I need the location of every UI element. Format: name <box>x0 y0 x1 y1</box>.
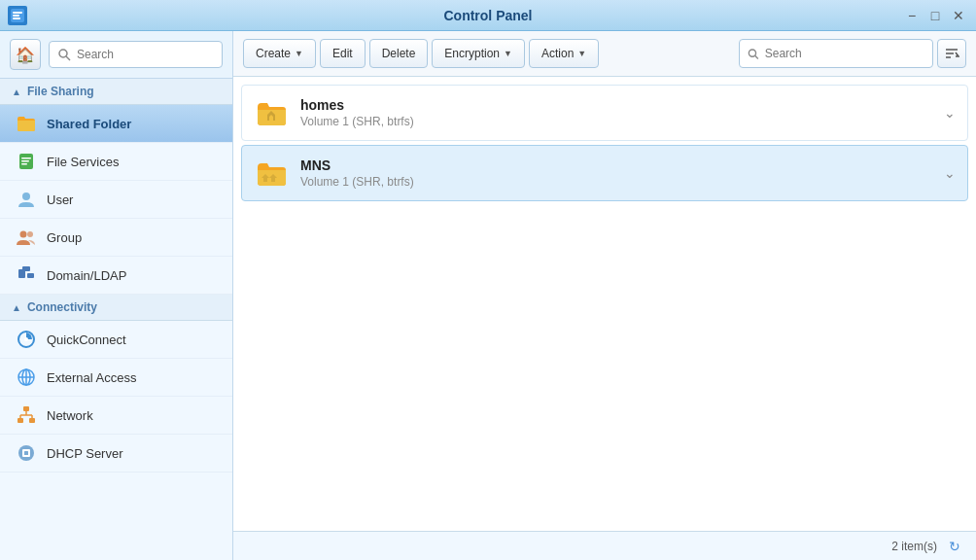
folder-item-mns[interactable]: MNS Volume 1 (SHR, btrfs) ⌄ <box>241 145 968 201</box>
window-controls: − □ ✕ <box>902 6 968 25</box>
svg-rect-1 <box>13 12 22 14</box>
folder-info-homes: homes Volume 1 (SHR, btrfs) <box>300 97 932 128</box>
folder-expand-mns[interactable]: ⌄ <box>944 165 956 181</box>
folder-name-homes: homes <box>300 97 932 113</box>
sidebar-item-external-access[interactable]: External Access <box>0 359 232 397</box>
section-connectivity[interactable]: ▲ Connectivity <box>0 295 232 321</box>
encryption-label: Encryption <box>444 47 500 60</box>
svg-point-30 <box>749 49 755 55</box>
title-bar: Control Panel − □ ✕ <box>0 0 976 31</box>
action-button[interactable]: Action ▼ <box>529 39 599 68</box>
svg-point-10 <box>27 231 33 237</box>
svg-point-8 <box>22 192 30 200</box>
maximize-button[interactable]: □ <box>925 6 945 25</box>
folder-expand-homes[interactable]: ⌄ <box>944 105 956 121</box>
folder-item-homes[interactable]: homes Volume 1 (SHR, btrfs) ⌄ <box>241 85 968 141</box>
refresh-button[interactable]: ↻ <box>945 537 964 556</box>
svg-rect-13 <box>22 266 30 271</box>
svg-rect-6 <box>21 160 29 162</box>
create-caret: ▼ <box>295 49 303 58</box>
sidebar-label-user: User <box>47 192 73 207</box>
sidebar-label-quickconnect: QuickConnect <box>47 332 126 347</box>
sidebar-label-group: Group <box>47 230 82 245</box>
shared-folder-icon <box>16 113 37 134</box>
sidebar-label-dhcp-server: DHCP Server <box>47 446 123 461</box>
edit-button[interactable]: Edit <box>320 39 366 68</box>
sort-button[interactable] <box>937 39 966 68</box>
sidebar-label-network: Network <box>47 408 93 423</box>
sidebar-label-shared-folder: Shared Folder <box>47 117 131 131</box>
sidebar-label-file-services: File Services <box>47 155 119 169</box>
encryption-button[interactable]: Encryption ▼ <box>432 39 525 68</box>
minimize-button[interactable]: − <box>902 6 922 25</box>
svg-rect-5 <box>21 158 31 159</box>
toolbar: Create ▼ Edit Delete Encryption ▼ Action… <box>233 31 976 77</box>
sidebar-label-external-access: External Access <box>47 370 137 385</box>
file-services-icon <box>16 151 37 172</box>
home-button[interactable]: 🏠 <box>10 39 41 70</box>
sidebar-item-dhcp-server[interactable]: DHCP Server <box>0 435 232 472</box>
folder-sub-homes: Volume 1 (SHR, btrfs) <box>300 115 932 128</box>
search-icon <box>748 48 759 60</box>
sidebar-item-network[interactable]: Network <box>0 397 232 435</box>
sidebar-item-group[interactable]: Group <box>0 219 232 257</box>
sidebar-item-shared-folder[interactable]: Shared Folder <box>0 105 232 143</box>
svg-rect-21 <box>17 418 23 423</box>
edit-label: Edit <box>332 47 353 60</box>
svg-rect-12 <box>27 273 34 278</box>
delete-button[interactable]: Delete <box>369 39 429 68</box>
sidebar-search-input[interactable] <box>49 41 223 68</box>
encryption-caret: ▼ <box>504 49 512 58</box>
folder-icon-mns <box>254 156 289 191</box>
quickconnect-icon <box>16 329 37 350</box>
network-icon <box>16 404 37 426</box>
toolbar-search-input[interactable] <box>765 47 924 60</box>
group-icon <box>16 227 37 248</box>
folder-icon-homes <box>254 95 289 130</box>
svg-rect-7 <box>21 163 27 165</box>
close-button[interactable]: ✕ <box>949 6 968 25</box>
svg-line-31 <box>755 55 758 58</box>
app-body: 🏠 ▲ File Sharing Shared Folder <box>0 31 976 560</box>
connectivity-arrow: ▲ <box>12 302 21 313</box>
delete-label: Delete <box>382 47 416 60</box>
sidebar-item-quickconnect[interactable]: QuickConnect <box>0 321 232 359</box>
toolbar-search-container <box>739 39 933 68</box>
action-label: Action <box>541 47 574 60</box>
item-count: 2 item(s) <box>891 540 937 553</box>
sidebar-item-user[interactable]: User <box>0 181 232 219</box>
svg-rect-2 <box>13 15 19 17</box>
window-title: Control Panel <box>443 8 532 23</box>
status-bar: 2 item(s) ↻ <box>233 531 976 560</box>
user-icon <box>16 189 37 210</box>
external-access-icon <box>16 367 37 388</box>
svg-point-9 <box>20 231 27 238</box>
content-list: homes Volume 1 (SHR, btrfs) ⌄ MNS <box>233 77 976 531</box>
sidebar: 🏠 ▲ File Sharing Shared Folder <box>0 31 233 560</box>
folder-info-mns: MNS Volume 1 (SHR, btrfs) <box>300 158 932 189</box>
section-arrow: ▲ <box>12 87 21 97</box>
svg-rect-20 <box>23 406 29 411</box>
svg-point-15 <box>24 337 28 341</box>
sidebar-label-domain-ldap: Domain/LDAP <box>47 268 126 283</box>
svg-rect-22 <box>29 418 35 423</box>
sidebar-top: 🏠 <box>0 31 232 79</box>
connectivity-label: Connectivity <box>27 300 97 314</box>
svg-rect-29 <box>24 451 28 455</box>
folder-name-mns: MNS <box>300 158 932 173</box>
svg-rect-3 <box>13 18 20 19</box>
create-button[interactable]: Create ▼ <box>243 39 316 68</box>
sidebar-item-domain-ldap[interactable]: Domain/LDAP <box>0 257 232 295</box>
sort-icon <box>944 46 959 61</box>
action-caret: ▼ <box>577 49 586 58</box>
title-bar-left <box>8 6 27 25</box>
create-label: Create <box>256 47 291 60</box>
section-file-sharing[interactable]: ▲ File Sharing <box>0 79 232 105</box>
dhcp-icon <box>16 442 37 464</box>
sidebar-item-file-services[interactable]: File Services <box>0 143 232 181</box>
app-icon <box>8 6 27 25</box>
main-content: Create ▼ Edit Delete Encryption ▼ Action… <box>233 31 976 560</box>
folder-sub-mns: Volume 1 (SHR, btrfs) <box>300 175 932 189</box>
section-label: File Sharing <box>27 85 94 98</box>
domain-icon <box>16 264 37 286</box>
